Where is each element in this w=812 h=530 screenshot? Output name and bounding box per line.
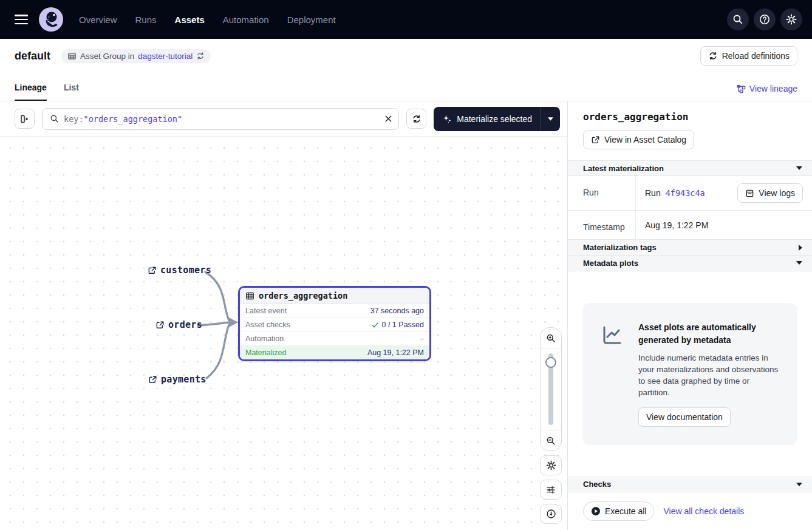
tab-lineage[interactable]: Lineage xyxy=(15,83,47,101)
materialize-dropdown-button[interactable] xyxy=(541,107,560,131)
section-materialization-tags[interactable]: Materialization tags xyxy=(568,240,812,256)
nav-item-deployment[interactable]: Deployment xyxy=(287,15,336,25)
gear-icon xyxy=(786,14,797,25)
graph-settings-button[interactable] xyxy=(540,455,562,475)
view-logs-button[interactable]: View logs xyxy=(737,183,803,203)
top-nav: Overview Runs Assets Automation Deployme… xyxy=(0,0,812,39)
nav-item-runs[interactable]: Runs xyxy=(135,15,157,25)
nav-item-automation[interactable]: Automation xyxy=(223,15,269,25)
search-query-value: "orders_aggregation" xyxy=(84,114,183,124)
node-row-asset-checks: Asset checks 0 / 1 Passed xyxy=(240,318,429,332)
section-metadata-plots[interactable]: Metadata plots xyxy=(568,256,812,271)
nav-item-assets[interactable]: Assets xyxy=(175,15,205,25)
section-checks[interactable]: Checks xyxy=(568,477,812,492)
page-header: default Asset Group in dagster-tutorial … xyxy=(0,39,812,73)
sliders-icon xyxy=(546,485,556,495)
refresh-icon[interactable] xyxy=(196,52,205,60)
caret-down-icon xyxy=(796,483,802,486)
recenter-button[interactable] xyxy=(540,504,562,524)
zoom-slider-handle[interactable] xyxy=(545,357,556,368)
plots-empty-state-card: Asset plots are automatically generated … xyxy=(582,303,797,444)
asset-label: payments xyxy=(161,374,206,385)
caret-down-icon xyxy=(796,261,802,265)
row-value: 37 seconds ago xyxy=(370,307,424,315)
asset-node-orders[interactable]: orders xyxy=(155,319,202,330)
lineage-canvas[interactable]: customers orders payments ord xyxy=(0,136,567,530)
execute-all-label: Execute all xyxy=(605,506,646,516)
run-row: Run Run 4f943c4a View logs xyxy=(568,176,812,211)
play-circle-icon xyxy=(591,506,601,516)
reload-definitions-label: Reload definitions xyxy=(722,51,790,61)
view-lineage-label: View lineage xyxy=(749,84,797,93)
page-title: default xyxy=(15,50,50,63)
asset-node-customers[interactable]: customers xyxy=(148,265,211,276)
external-link-icon xyxy=(148,375,157,384)
dagster-logo-icon[interactable] xyxy=(39,7,63,32)
sparkle-icon xyxy=(442,114,452,124)
materialize-selected-button[interactable]: Materialize selected xyxy=(434,107,541,131)
expand-panel-icon xyxy=(20,114,30,124)
view-documentation-button[interactable]: View documentation xyxy=(638,407,731,427)
row-value: – xyxy=(420,335,424,343)
menu-icon[interactable] xyxy=(15,15,28,24)
gear-icon xyxy=(546,460,556,471)
plots-card-title: Asset plots are automatically generated … xyxy=(638,321,780,346)
row-label: Automation xyxy=(245,335,284,343)
refresh-graph-button[interactable] xyxy=(406,109,426,129)
view-logs-label: View logs xyxy=(759,188,795,198)
search-query-text: key:"orders_aggregation" xyxy=(64,114,380,124)
refresh-icon xyxy=(412,114,421,124)
metadata-plots-body: Asset plots are automatically generated … xyxy=(568,271,812,477)
view-in-asset-catalog-label: View in Asset Catalog xyxy=(604,135,686,144)
node-row-materialized: Materialized Aug 19, 1:22 PM xyxy=(240,346,429,359)
zoom-in-icon xyxy=(546,333,556,343)
zoom-slider[interactable] xyxy=(541,348,561,430)
graph-filters-button[interactable] xyxy=(540,480,562,500)
lineage-pane: key:"orders_aggregation" Materialize sel… xyxy=(0,101,568,530)
tab-list[interactable]: List xyxy=(64,83,79,101)
section-latest-materialization[interactable]: Latest materialization xyxy=(568,160,812,176)
run-prefix: Run xyxy=(645,188,661,198)
view-lineage-link[interactable]: View lineage xyxy=(737,84,797,101)
section-label: Materialization tags xyxy=(583,243,657,252)
caret-down-icon xyxy=(796,166,802,170)
zoom-in-button[interactable] xyxy=(541,328,561,348)
row-label: Materialized xyxy=(245,348,286,357)
search-button[interactable] xyxy=(727,8,749,30)
help-button[interactable] xyxy=(754,8,776,30)
nav-item-overview[interactable]: Overview xyxy=(79,15,117,25)
materialize-button-group: Materialize selected xyxy=(434,107,560,131)
caret-right-icon xyxy=(799,245,802,251)
row-label: Asset checks xyxy=(245,321,290,329)
run-id-link[interactable]: 4f943c4a xyxy=(666,188,705,198)
reload-definitions-button[interactable]: Reload definitions xyxy=(700,46,797,66)
zoom-controls xyxy=(540,327,562,451)
badge-prefix: Asset Group in xyxy=(80,52,134,61)
asset-node-payments[interactable]: payments xyxy=(148,374,206,385)
asset-node-orders-aggregation-selected[interactable]: orders_aggregation Latest event 37 secon… xyxy=(238,286,431,361)
primary-nav: Overview Runs Assets Automation Deployme… xyxy=(79,15,336,25)
code-location-link[interactable]: dagster-tutorial xyxy=(138,52,193,61)
row-value: 0 / 1 Passed xyxy=(371,321,425,329)
execute-all-button[interactable]: Execute all xyxy=(583,501,654,521)
clear-search-icon[interactable] xyxy=(384,115,392,123)
view-all-check-details-link[interactable]: View all check details xyxy=(663,506,744,516)
asset-detail-panel: orders_aggregation View in Asset Catalog… xyxy=(568,101,812,530)
lineage-graph-icon xyxy=(737,84,746,93)
materialize-selected-label: Materialize selected xyxy=(457,114,532,124)
open-side-panel-button[interactable] xyxy=(15,109,35,129)
help-icon xyxy=(759,14,770,25)
external-link-icon xyxy=(591,135,600,144)
asset-search-input[interactable]: key:"orders_aggregation" xyxy=(42,108,399,130)
asset-label: orders xyxy=(168,319,202,330)
zoom-out-button[interactable] xyxy=(541,430,561,450)
check-icon xyxy=(371,321,379,329)
user-settings-button[interactable] xyxy=(780,8,802,30)
asset-node-header: orders_aggregation xyxy=(240,288,429,304)
timestamp-value: Aug 19, 1:22 PM xyxy=(645,220,708,230)
checks-actions: Execute all View all check details xyxy=(568,492,812,530)
plots-card-body: Include numeric metadata entries in your… xyxy=(638,352,780,399)
table-icon xyxy=(245,291,254,301)
view-in-asset-catalog-button[interactable]: View in Asset Catalog xyxy=(583,130,694,149)
run-row-label: Run xyxy=(568,176,636,210)
